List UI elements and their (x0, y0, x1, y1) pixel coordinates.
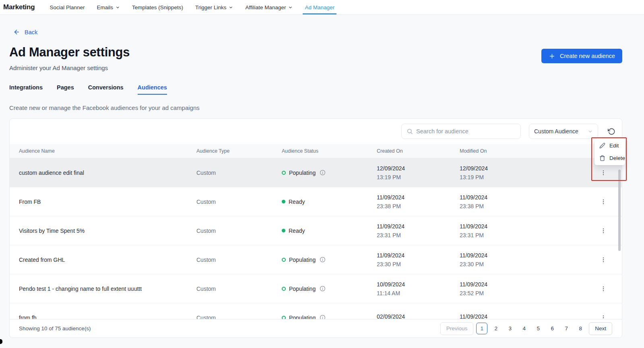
audience-name: custom audience edit final (10, 170, 196, 176)
audience-table-body: custom audience edit finalCustomPopulati… (10, 158, 622, 319)
row-actions-menu-button[interactable] (598, 284, 609, 294)
row-actions-menu-button[interactable] (598, 168, 609, 178)
page-button-6[interactable]: 6 (547, 323, 558, 334)
nav-item-label: Templates (Snippets) (132, 4, 183, 10)
info-icon[interactable] (320, 170, 326, 176)
created-on: 12/09/202413:19 PM (377, 165, 460, 180)
audience-name: From FB (10, 199, 196, 205)
modified-on: 12/09/202413:19 PM (460, 165, 584, 180)
row-actions-menu-button[interactable] (598, 226, 609, 236)
status-label: Populating (289, 286, 316, 292)
column-header-modified-on: Modified On (460, 148, 584, 154)
page-content: Back Ad Manager settings Administer your… (9, 15, 622, 338)
kebab-icon (600, 170, 607, 176)
kebab-icon (600, 228, 607, 234)
page-button-3[interactable]: 3 (504, 323, 516, 334)
status-dot-icon (282, 171, 286, 175)
nav-item-social-planner[interactable]: Social Planner (44, 0, 91, 14)
page-header: Ad Manager settings Administer your Ad M… (9, 45, 622, 71)
status-dot-icon (282, 200, 285, 203)
table-toolbar: Custom Audience (10, 119, 622, 144)
nav-item-ad-manager[interactable]: Ad Manager (299, 0, 341, 14)
created-time: 13:19 PM (377, 174, 460, 180)
refresh-button[interactable] (607, 127, 616, 136)
nav-item-label: Social Planner (50, 4, 85, 10)
previous-page-button[interactable]: Previous (440, 322, 474, 335)
created-date: 11/09/2024 (377, 194, 460, 201)
row-actions-menu-button[interactable] (598, 255, 609, 265)
screen-artifact (0, 339, 2, 344)
audience-type: Custom (196, 199, 282, 205)
tab-audiences[interactable]: Audiences (138, 84, 167, 95)
info-icon[interactable] (320, 315, 326, 319)
row-actions-menu-button[interactable] (598, 197, 609, 207)
column-header-audience-type: Audience Type (196, 148, 282, 154)
nav-item-trigger-links[interactable]: Trigger Links (189, 0, 239, 14)
trash-icon (599, 155, 605, 161)
page-button-2[interactable]: 2 (490, 323, 502, 334)
status-dot-icon (282, 229, 285, 232)
nav-item-label: Ad Manager (305, 4, 334, 10)
context-menu-item-delete[interactable]: Delete (594, 152, 625, 164)
table-row: Created from GHLCustomPopulating11/09/20… (10, 245, 622, 274)
back-link[interactable]: Back (13, 29, 37, 35)
audience-type-select[interactable]: Custom Audience (529, 124, 598, 139)
modified-date: 11/09/2024 (460, 281, 584, 288)
next-page-button[interactable]: Next (589, 322, 612, 335)
info-icon[interactable] (320, 257, 326, 263)
created-date: 10/09/2024 (377, 281, 460, 288)
select-value: Custom Audience (534, 128, 578, 135)
nav-item-templates-snippets[interactable]: Templates (Snippets) (126, 0, 189, 14)
tab-pages[interactable]: Pages (57, 84, 74, 95)
row-context-menu: EditDelete (594, 139, 625, 165)
audience-status: Populating (282, 170, 377, 176)
modified-date: 11/09/2024 (460, 194, 584, 201)
back-label: Back (25, 29, 37, 35)
column-header-created-on: Created On (377, 148, 460, 154)
status-label: Populating (289, 170, 316, 176)
audience-status: Populating (282, 315, 377, 319)
page-button-8[interactable]: 8 (575, 323, 586, 334)
chevron-down-icon (229, 5, 233, 10)
created-time: 23:30 PM (377, 261, 460, 267)
modified-time: 23:38 PM (460, 203, 584, 209)
page-button-5[interactable]: 5 (533, 323, 544, 334)
created-date: 11/09/2024 (377, 252, 460, 259)
audience-name: from fb (10, 315, 196, 319)
modified-on: 11/09/202423:30 PM (460, 252, 584, 267)
status-label: Populating (289, 257, 316, 263)
nav-item-emails[interactable]: Emails (91, 0, 126, 14)
audience-type: Custom (196, 315, 282, 319)
audience-status: Ready (282, 199, 377, 205)
context-menu-label: Delete (609, 155, 625, 161)
tab-conversions[interactable]: Conversions (88, 84, 124, 95)
kebab-icon (600, 257, 607, 263)
nav-item-label: Emails (97, 4, 114, 10)
search-input[interactable] (416, 128, 516, 135)
kebab-icon (600, 286, 607, 292)
app-brand: Marketing (3, 3, 35, 11)
nav-item-label: Trigger Links (195, 4, 227, 10)
table-scrollbar[interactable] (618, 170, 621, 251)
page-button-1[interactable]: 1 (476, 323, 487, 334)
page-button-7[interactable]: 7 (561, 323, 572, 334)
tab-integrations[interactable]: Integrations (9, 84, 43, 95)
nav-item-affiliate-manager[interactable]: Affiliate Manager (239, 0, 299, 14)
status-label: Ready (289, 199, 305, 205)
audience-type: Custom (196, 286, 282, 292)
kebab-icon (600, 199, 607, 205)
created-time: 23:38 PM (377, 203, 460, 209)
modified-time: 13:19 PM (460, 174, 584, 180)
page-subtitle: Administer your Ad Manager settings (9, 64, 130, 71)
info-icon[interactable] (320, 286, 326, 292)
primary-nav: Social PlannerEmailsTemplates (Snippets)… (44, 0, 341, 14)
table-row: from fbCustomPopulating02/09/202411/09/2… (10, 303, 622, 319)
chevron-down-icon (116, 5, 120, 10)
row-actions-menu-button[interactable] (598, 313, 609, 319)
context-menu-item-edit[interactable]: Edit (594, 139, 625, 152)
search-icon (407, 128, 413, 135)
settings-tabs: IntegrationsPagesConversionsAudiences (9, 84, 622, 95)
create-new-audience-button[interactable]: Create new audience (541, 49, 622, 63)
created-date: 02/09/2024 (377, 313, 460, 319)
page-button-4[interactable]: 4 (518, 323, 530, 334)
